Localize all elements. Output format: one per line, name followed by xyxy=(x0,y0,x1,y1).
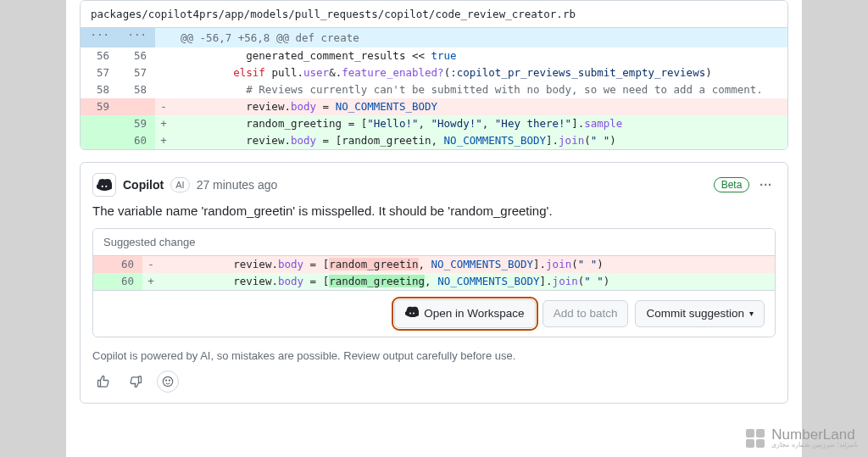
line-number-new[interactable]: 59 xyxy=(118,115,155,132)
diff-line: 5757 elsif pull.user&.feature_enabled?(:… xyxy=(81,64,787,81)
line-number-old[interactable] xyxy=(81,132,118,149)
line-number-old[interactable] xyxy=(81,115,118,132)
hunk-header: ··· ··· @@ -56,7 +56,8 @@ def create xyxy=(81,28,787,47)
ai-disclaimer: Copilot is powered by AI, so mistakes ar… xyxy=(92,349,776,362)
beta-badge: Beta xyxy=(714,177,750,192)
diff-line: 59- review.body = NO_COMMENTS_BODY xyxy=(81,98,787,115)
copilot-avatar[interactable] xyxy=(92,173,116,197)
reaction-bar xyxy=(92,371,776,393)
add-to-batch-button[interactable]: Add to batch xyxy=(542,300,629,327)
diff-line: 59+ random_greeting = ["Hello!", "Howdy!… xyxy=(81,115,787,132)
svg-point-0 xyxy=(163,376,172,386)
add-reaction-button[interactable] xyxy=(157,371,179,393)
line-number-new[interactable] xyxy=(118,98,155,115)
watermark: NumberLand نامبرلند؛ سرزمین شماره مجازی xyxy=(746,427,858,449)
expand-icon[interactable]: ··· xyxy=(81,28,118,47)
comment-timestamp[interactable]: 27 minutes ago xyxy=(197,178,278,192)
suggestion-line: 60+ review.body = [random_greeting, NO_C… xyxy=(93,273,775,290)
line-number: 60 xyxy=(93,256,142,273)
comment-menu-icon[interactable]: ··· xyxy=(756,178,776,192)
comment-author[interactable]: Copilot xyxy=(123,178,164,192)
chevron-down-icon: ▾ xyxy=(749,305,754,322)
diff-line: 5858 # Reviews currently can't be submit… xyxy=(81,81,787,98)
line-number-new[interactable]: 60 xyxy=(118,132,155,149)
svg-point-2 xyxy=(169,380,170,381)
copilot-icon xyxy=(97,176,112,194)
thumbs-up-button[interactable] xyxy=(92,371,114,393)
file-path[interactable]: packages/copilot4prs/app/models/pull_req… xyxy=(81,1,787,28)
line-number-new[interactable]: 58 xyxy=(118,81,155,98)
expand-icon[interactable]: ··· xyxy=(118,28,155,47)
line-number-old[interactable]: 58 xyxy=(81,81,118,98)
suggestion-box: Suggested change 60- review.body = [rand… xyxy=(92,228,776,337)
line-number-new[interactable]: 56 xyxy=(118,47,155,64)
thumbs-down-button[interactable] xyxy=(125,371,147,393)
ai-badge: AI xyxy=(170,177,189,192)
line-number-old[interactable]: 56 xyxy=(81,47,118,64)
commit-suggestion-button[interactable]: Commit suggestion ▾ xyxy=(635,300,765,327)
line-number: 60 xyxy=(93,273,142,290)
diff-file-box: packages/copilot4prs/app/models/pull_req… xyxy=(80,0,788,150)
comment-body: The variable name 'random_greetin' is mi… xyxy=(92,203,776,218)
suggestion-header: Suggested change xyxy=(93,229,775,256)
suggestion-line: 60- review.body = [random_greetin, NO_CO… xyxy=(93,256,775,273)
diff-line: 60+ review.body = [random_greetin, NO_CO… xyxy=(81,132,787,149)
line-number-old[interactable]: 57 xyxy=(81,64,118,81)
diff-line: 5656 generated_comment_results << true xyxy=(81,47,787,64)
copilot-icon xyxy=(405,304,419,323)
open-in-workspace-button[interactable]: Open in Workspace xyxy=(394,299,535,328)
diff-lines: 5656 generated_comment_results << true57… xyxy=(81,47,787,149)
svg-point-1 xyxy=(166,380,167,381)
review-comment: Copilot AI 27 minutes ago Beta ··· The v… xyxy=(80,162,788,404)
watermark-logo-icon xyxy=(746,429,765,448)
line-number-old[interactable]: 59 xyxy=(81,98,118,115)
line-number-new[interactable]: 57 xyxy=(118,64,155,81)
